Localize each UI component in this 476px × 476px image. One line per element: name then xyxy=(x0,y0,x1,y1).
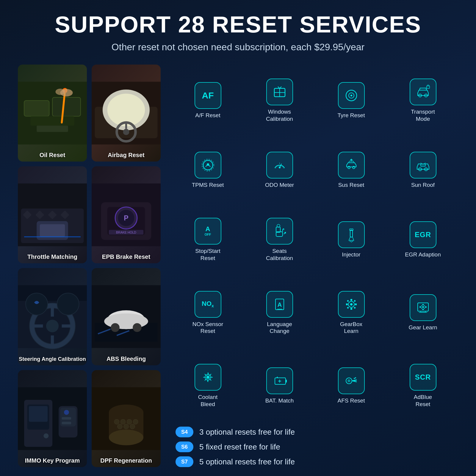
badge-s6-text: 5 fixed reset free for life xyxy=(199,442,280,452)
svg-point-49 xyxy=(104,314,148,329)
photo-card-airbag-reset-label: Airbag Reset xyxy=(92,152,161,159)
service-item-gear-learn: Gear Learn xyxy=(388,277,458,347)
transport-mode-icon xyxy=(410,79,436,105)
injector-label: Injector xyxy=(342,251,360,258)
svg-point-123 xyxy=(422,306,424,308)
svg-rect-3 xyxy=(30,116,74,126)
svg-point-103 xyxy=(349,240,349,241)
svg-point-69 xyxy=(133,419,138,424)
sun-roof-icon xyxy=(410,152,436,178)
content-area: Oil Reset xyxy=(18,65,458,467)
services-grid: AF A/F Reset WindowsCalibration xyxy=(173,65,458,421)
svg-rect-113 xyxy=(346,303,348,305)
svg-rect-112 xyxy=(350,308,352,310)
badge-row-s6: S6 5 fixed reset free for life xyxy=(176,441,458,452)
svg-rect-2 xyxy=(52,97,81,116)
svg-point-101 xyxy=(351,241,352,242)
sus-reset-label: Sus Reset xyxy=(338,181,364,189)
svg-rect-115 xyxy=(347,300,349,302)
svg-point-102 xyxy=(352,241,353,242)
svg-rect-125 xyxy=(422,309,424,310)
tyre-reset-label: Tyre Reset xyxy=(338,112,365,119)
odo-meter-icon xyxy=(266,152,293,178)
seats-calibration-label: SeatsCalibration xyxy=(266,248,293,262)
badge-s7-text: 5 optional resets free for life xyxy=(199,457,295,466)
service-item-af-reset: AF A/F Reset xyxy=(173,65,243,135)
badge-s4: S4 xyxy=(176,427,193,437)
service-item-egr-adaption: EGR EGR Adaption xyxy=(388,204,458,275)
af-reset-icon: AF xyxy=(195,82,221,109)
svg-point-68 xyxy=(127,419,132,424)
bat-match-label: BAT. Match xyxy=(265,397,294,404)
gearbox-learn-icon xyxy=(338,291,365,318)
svg-point-70 xyxy=(117,424,122,429)
nox-sensor-reset-label: NOx SensorReset xyxy=(192,321,223,335)
photo-card-steering: Steering Angle Calibration xyxy=(18,268,87,365)
adblue-reset-label: AdBlueReset xyxy=(414,394,432,408)
photo-card-abs-bleeding: ABS Bleeding xyxy=(92,268,161,365)
svg-point-83 xyxy=(207,163,209,166)
egr-adaption-icon: EGR xyxy=(410,221,436,248)
svg-rect-81 xyxy=(427,86,430,88)
afs-reset-icon xyxy=(338,367,365,394)
badge-row-s7: S7 5 optional resets free for life xyxy=(176,456,458,467)
egr-adaption-label: EGR Adaption xyxy=(405,251,441,258)
svg-point-78 xyxy=(350,95,352,96)
svg-text:A: A xyxy=(277,301,281,308)
service-item-sun-roof: Sun Roof xyxy=(388,138,458,201)
service-item-gearbox-learn: GearBoxLearn xyxy=(316,277,386,347)
svg-point-55 xyxy=(64,410,69,415)
svg-point-43 xyxy=(57,293,79,315)
svg-rect-1 xyxy=(24,101,49,116)
odo-meter-label: ODO Meter xyxy=(265,181,294,189)
service-item-nox-sensor-reset: NOx NOx SensorReset xyxy=(173,277,243,347)
svg-rect-111 xyxy=(350,299,352,301)
language-change-icon: A xyxy=(266,291,293,318)
coolant-bleed-icon xyxy=(195,364,221,391)
injector-icon xyxy=(338,221,365,248)
svg-point-100 xyxy=(350,241,350,242)
svg-rect-93 xyxy=(421,164,425,166)
svg-rect-127 xyxy=(425,306,427,308)
service-item-language-change: A LanguageChange xyxy=(244,277,315,347)
svg-point-8 xyxy=(56,89,65,95)
photo-card-immo-label: IMMO Key Program xyxy=(18,457,87,464)
svg-text:P: P xyxy=(124,214,128,222)
svg-point-141 xyxy=(347,379,350,382)
afs-reset-label: AFS Reset xyxy=(338,397,365,404)
svg-point-110 xyxy=(350,303,353,306)
photo-card-throttle-label: Throttle Matching xyxy=(18,253,87,260)
photo-card-epb-brake-reset: P BRAKE HOLD EPB Brake Reset xyxy=(92,166,161,263)
svg-rect-4 xyxy=(37,126,68,132)
photo-card-airbag-reset: Airbag Reset xyxy=(92,65,161,162)
nox-sensor-reset-icon: NOx xyxy=(195,291,221,318)
svg-point-50 xyxy=(111,323,120,332)
svg-point-145 xyxy=(354,378,355,379)
svg-point-65 xyxy=(109,430,143,445)
seats-calibration-icon xyxy=(266,218,293,245)
photo-card-immo: IMMO Key Program xyxy=(18,370,87,467)
service-item-tpms-reset: TPMS Reset xyxy=(173,138,243,201)
svg-rect-135 xyxy=(286,380,287,383)
svg-point-72 xyxy=(130,424,135,429)
svg-point-41 xyxy=(46,320,59,332)
svg-point-51 xyxy=(133,323,142,332)
service-item-sus-reset: Sus Reset xyxy=(316,138,386,201)
stop-start-reset-icon: A OFF xyxy=(195,218,221,245)
badge-s7: S7 xyxy=(176,456,193,467)
svg-rect-116 xyxy=(353,300,356,302)
gear-learn-icon xyxy=(410,294,436,321)
photo-card-oil-reset: Oil Reset xyxy=(18,65,87,162)
svg-point-14 xyxy=(123,129,129,135)
tpms-reset-icon xyxy=(195,152,221,178)
svg-rect-114 xyxy=(355,303,357,305)
transport-mode-label: TransportMode xyxy=(411,108,435,123)
svg-point-66 xyxy=(114,419,119,424)
adblue-reset-icon: SCR xyxy=(410,364,436,391)
service-item-seats-calibration: SeatsCalibration xyxy=(244,204,315,275)
badges-section: S4 3 optional resets free for life S6 5 … xyxy=(173,427,458,467)
svg-rect-124 xyxy=(422,304,424,305)
svg-point-133 xyxy=(207,376,209,378)
page-title: SUPPORT 28 RESET SERVICES xyxy=(55,12,421,37)
service-item-coolant-bleed: CoolantBleed xyxy=(173,350,243,421)
